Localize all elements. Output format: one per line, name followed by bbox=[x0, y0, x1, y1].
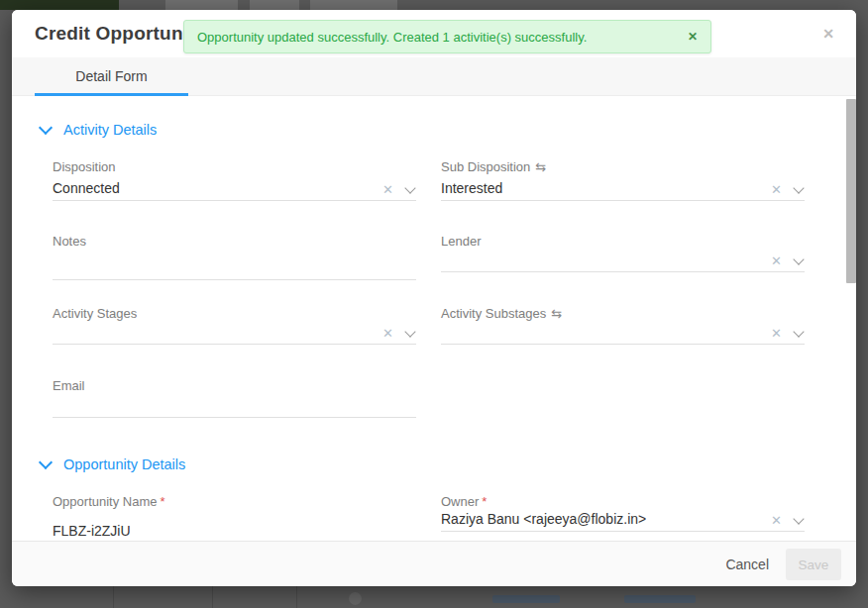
field-value: Connected bbox=[53, 180, 120, 196]
field-email[interactable]: Email bbox=[53, 378, 416, 418]
field-opportunity-name[interactable]: Opportunity Name* FLBZ-i2ZJiU bbox=[53, 494, 416, 541]
dimmed-toolbar-button bbox=[250, 0, 299, 10]
toast-message: Opportunity updated successfully. Create… bbox=[197, 30, 680, 45]
close-icon[interactable]: ✕ bbox=[818, 10, 838, 57]
section-header-opportunity-details[interactable]: Opportunity Details bbox=[41, 456, 185, 472]
field-notes[interactable]: Notes bbox=[53, 234, 416, 280]
cancel-button[interactable]: Cancel bbox=[725, 542, 769, 587]
field-sub-disposition[interactable]: Sub Disposition⇆ Interested ✕ bbox=[441, 159, 805, 201]
dimmed-link-text bbox=[492, 595, 560, 603]
save-button[interactable]: Save bbox=[786, 549, 841, 580]
clear-icon[interactable]: ✕ bbox=[382, 327, 393, 340]
dimmed-divider bbox=[296, 586, 297, 608]
dimmed-avatar bbox=[349, 592, 362, 605]
field-label: Activity Stages bbox=[53, 306, 137, 321]
field-icons: ✕ bbox=[771, 514, 803, 527]
field-label: Disposition bbox=[53, 159, 116, 174]
field-label-text: Lender bbox=[441, 234, 481, 249]
dimmed-link-text bbox=[624, 595, 696, 603]
scrollbar-thumb[interactable] bbox=[846, 99, 856, 283]
field-icons: ✕ bbox=[771, 254, 803, 267]
success-toast: Opportunity updated successfully. Create… bbox=[183, 20, 711, 53]
field-value: FLBZ-i2ZJiU bbox=[53, 523, 131, 539]
dimmed-divider bbox=[113, 586, 114, 608]
required-marker: * bbox=[482, 494, 487, 509]
tab-detail-form[interactable]: Detail Form bbox=[35, 57, 188, 96]
modal-body: Activity Details Disposition Connected ✕… bbox=[12, 96, 856, 541]
field-label: Notes bbox=[53, 234, 86, 249]
screen: Credit Opportun ✕ Opportunity updated su… bbox=[0, 0, 868, 608]
field-label-text: Activity Stages bbox=[53, 306, 137, 321]
credit-opportunity-modal: Credit Opportun ✕ Opportunity updated su… bbox=[12, 10, 856, 586]
field-label-text: Notes bbox=[53, 234, 86, 249]
field-label: Opportunity Name* bbox=[53, 494, 165, 509]
field-label: Lender bbox=[441, 234, 481, 249]
field-label-text: Activity Substages bbox=[441, 306, 546, 321]
field-activity-stages[interactable]: Activity Stages ✕ bbox=[53, 306, 416, 345]
field-disposition[interactable]: Disposition Connected ✕ bbox=[53, 159, 416, 201]
section-title: Activity Details bbox=[63, 122, 157, 138]
field-label-text: Email bbox=[53, 378, 85, 393]
dimmed-toolbar-button bbox=[165, 0, 238, 10]
chevron-down-icon[interactable] bbox=[793, 326, 804, 337]
clear-icon[interactable]: ✕ bbox=[771, 327, 782, 340]
clear-icon[interactable]: ✕ bbox=[771, 254, 782, 267]
section-title: Opportunity Details bbox=[63, 456, 185, 472]
field-icons: ✕ bbox=[382, 327, 414, 340]
clear-icon[interactable]: ✕ bbox=[382, 183, 393, 196]
clear-icon[interactable]: ✕ bbox=[771, 183, 782, 196]
required-marker: * bbox=[161, 494, 165, 509]
field-label-text: Sub Disposition bbox=[441, 159, 530, 174]
field-label: Activity Substages⇆ bbox=[441, 306, 562, 321]
dimmed-divider bbox=[212, 586, 213, 608]
section-header-activity-details[interactable]: Activity Details bbox=[41, 122, 157, 138]
field-label-text: Opportunity Name bbox=[53, 494, 158, 509]
field-label: Owner* bbox=[441, 494, 487, 509]
field-icons: ✕ bbox=[771, 327, 803, 340]
chevron-down-icon[interactable] bbox=[793, 513, 804, 524]
chevron-down-icon[interactable] bbox=[39, 456, 53, 469]
modal-footer: Cancel Save bbox=[12, 541, 856, 586]
chevron-down-icon[interactable] bbox=[404, 326, 415, 337]
field-label-text: Disposition bbox=[53, 159, 116, 174]
field-value: Interested bbox=[441, 180, 502, 196]
field-owner[interactable]: Owner* Raziya Banu <rajeeya@flobiz.in> ✕ bbox=[441, 494, 805, 532]
swap-arrows-icon: ⇆ bbox=[551, 306, 562, 321]
field-lender[interactable]: Lender ✕ bbox=[441, 234, 805, 272]
chevron-down-icon[interactable] bbox=[404, 182, 415, 193]
toast-close-icon[interactable]: ✕ bbox=[688, 30, 698, 44]
tab-bar: Detail Form bbox=[12, 57, 856, 96]
dimmed-sidebar-header bbox=[0, 0, 119, 10]
field-icons: ✕ bbox=[771, 183, 803, 196]
field-label: Sub Disposition⇆ bbox=[441, 159, 546, 174]
chevron-down-icon[interactable] bbox=[793, 253, 804, 264]
modal-title: Credit Opportun bbox=[35, 10, 183, 57]
clear-icon[interactable]: ✕ bbox=[771, 514, 782, 527]
field-label: Email bbox=[53, 378, 85, 393]
swap-arrows-icon: ⇆ bbox=[535, 159, 546, 174]
field-icons: ✕ bbox=[382, 183, 414, 196]
chevron-down-icon[interactable] bbox=[793, 182, 804, 193]
field-label-text: Owner bbox=[441, 494, 479, 509]
dimmed-toolbar-button bbox=[310, 0, 397, 10]
field-value: Raziya Banu <rajeeya@flobiz.in> bbox=[441, 511, 646, 527]
chevron-down-icon[interactable] bbox=[39, 121, 53, 135]
field-activity-substages[interactable]: Activity Substages⇆ ✕ bbox=[441, 306, 805, 345]
